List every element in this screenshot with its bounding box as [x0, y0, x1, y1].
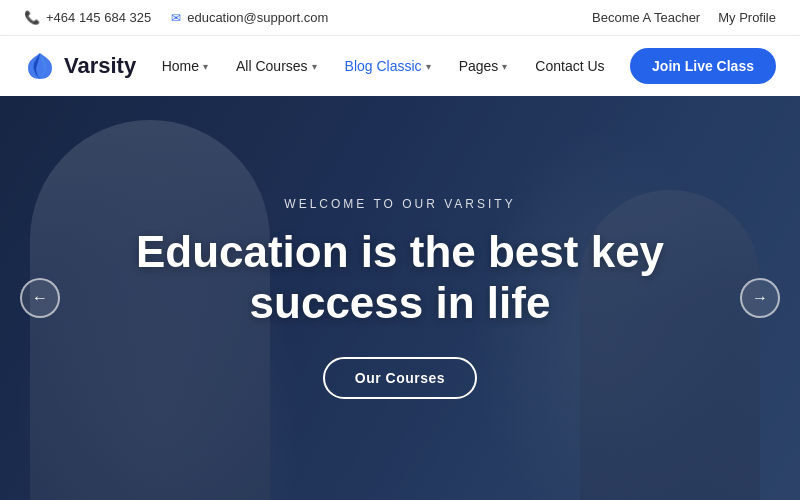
become-teacher-link[interactable]: Become A Teacher [592, 10, 700, 25]
phone-number: +464 145 684 325 [46, 10, 151, 25]
hero-content: WELCOME TO OUR VARSITY Education is the … [0, 96, 800, 500]
hero-subtitle: WELCOME TO OUR VARSITY [284, 197, 515, 211]
nav-home-label: Home [162, 58, 199, 74]
chevron-down-icon: ▾ [203, 61, 208, 72]
email-item: ✉ education@support.com [171, 10, 328, 25]
top-bar-left: 📞 +464 145 684 325 ✉ education@support.c… [24, 10, 328, 25]
phone-item: 📞 +464 145 684 325 [24, 10, 151, 25]
hero-prev-button[interactable]: ← [20, 278, 60, 318]
phone-icon: 📞 [24, 10, 40, 25]
nav-contact-label: Contact Us [535, 58, 604, 74]
nav-blog-classic[interactable]: Blog Classic ▾ [345, 58, 431, 74]
top-bar-right: Become A Teacher My Profile [592, 10, 776, 25]
nav-contact[interactable]: Contact Us [535, 58, 604, 74]
logo-text: Varsity [64, 53, 136, 79]
email-icon: ✉ [171, 11, 181, 25]
nav-pages-label: Pages [459, 58, 499, 74]
hero-next-button[interactable]: → [740, 278, 780, 318]
join-live-class-button[interactable]: Join Live Class [630, 48, 776, 84]
nav-home[interactable]: Home ▾ [162, 58, 208, 74]
nav-courses-label: All Courses [236, 58, 308, 74]
hero-section: WELCOME TO OUR VARSITY Education is the … [0, 96, 800, 500]
nav-all-courses[interactable]: All Courses ▾ [236, 58, 317, 74]
top-bar: 📞 +464 145 684 325 ✉ education@support.c… [0, 0, 800, 36]
nav-pages[interactable]: Pages ▾ [459, 58, 508, 74]
our-courses-button[interactable]: Our Courses [323, 357, 477, 399]
navbar: Varsity Home ▾ All Courses ▾ Blog Classi… [0, 36, 800, 96]
hero-title: Education is the best key success in lif… [120, 227, 680, 328]
chevron-down-icon: ▾ [502, 61, 507, 72]
chevron-down-icon: ▾ [426, 61, 431, 72]
logo-icon [24, 50, 56, 82]
chevron-down-icon: ▾ [312, 61, 317, 72]
my-profile-link[interactable]: My Profile [718, 10, 776, 25]
nav-blog-label: Blog Classic [345, 58, 422, 74]
logo[interactable]: Varsity [24, 50, 136, 82]
nav-links: Home ▾ All Courses ▾ Blog Classic ▾ Page… [162, 58, 605, 74]
email-address: education@support.com [187, 10, 328, 25]
